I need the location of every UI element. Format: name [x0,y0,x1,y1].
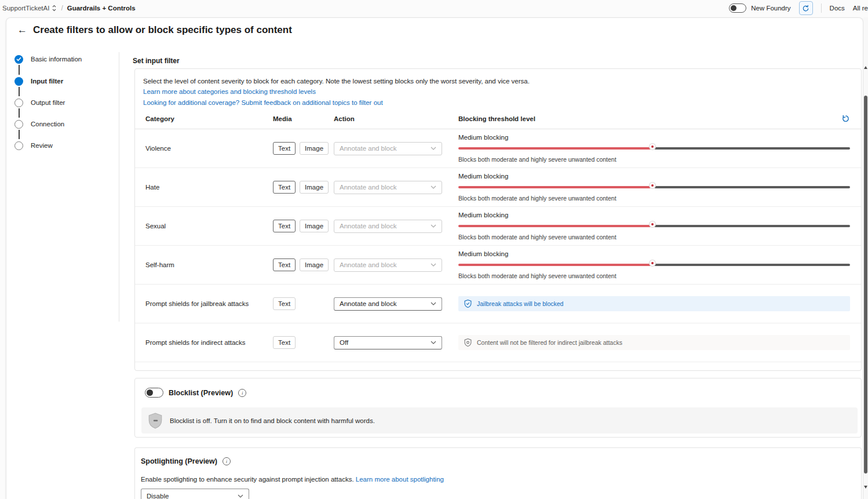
toggle-knob [147,389,153,396]
action-dropdown-value: Annotate and block [340,184,396,191]
info-icon[interactable]: i [223,457,231,465]
table-row: Hate Text Image Annotate and block Mediu… [135,168,861,207]
breadcrumb-project[interactable]: SupportTicketAI [2,5,57,12]
media-text-button[interactable]: Text [273,297,296,310]
threshold-level-label: Medium blocking [458,212,850,218]
column-header-action: Action [334,115,458,122]
step-upcoming-icon [14,120,23,129]
stepper-item-review[interactable]: Review [14,140,53,151]
slider-thumb[interactable] [650,221,655,227]
stepper-label: Review [31,142,53,149]
all-resources-link[interactable]: All re [853,5,868,12]
slider-rail [654,264,850,266]
threshold-level-label: Medium blocking [458,173,850,180]
slider-fill [458,264,654,266]
step-connector [19,87,20,96]
stepper-label: Connection [31,121,64,128]
stepper-item-input-filter[interactable]: Input filter [14,76,63,86]
threshold-caption: Blocks both moderate and highly severe u… [458,156,850,163]
scrollbar-down-arrow[interactable] [864,486,867,489]
breadcrumb: SupportTicketAI / Guardrails + Controls [2,4,136,12]
media-text-button[interactable]: Text [273,220,296,232]
stepper-label: Output filter [31,99,65,106]
action-dropdown-value: Annotate and block [340,300,396,307]
spotlighting-dropdown[interactable]: Disable [141,489,249,499]
blocklist-toggle[interactable] [145,388,163,398]
chevron-down-icon [431,302,436,305]
toggle-knob [731,5,736,11]
status-text: Jailbreak attacks will be blocked [477,300,563,307]
reset-icon[interactable] [841,114,850,123]
back-button[interactable]: ← [17,24,27,36]
action-dropdown-value: Annotate and block [340,223,396,230]
scrollbar-up-arrow[interactable] [864,66,867,69]
stepper-item-output-filter[interactable]: Output filter [14,97,65,108]
column-header-category: Category [145,115,273,122]
step-completed-icon [14,55,23,64]
category-label: Sexual [145,223,273,230]
threshold-caption: Blocks both moderate and highly severe u… [458,195,850,202]
table-row: Violence Text Image Annotate and block M… [135,129,861,168]
vertical-scrollbar[interactable] [863,17,868,499]
slider-thumb[interactable] [650,260,655,266]
threshold-slider[interactable] [458,221,850,231]
media-text-button[interactable]: Text [273,181,296,194]
action-dropdown-value: Off [340,339,348,346]
shield-check-icon [464,300,472,308]
threshold-slider[interactable] [458,260,850,269]
slider-thumb[interactable] [650,183,655,188]
category-label: Prompt shields for indirect attacks [145,339,273,346]
threshold-slider[interactable] [458,183,850,192]
media-image-button[interactable]: Image [300,220,329,232]
threshold-caption: Blocks both moderate and highly severe u… [458,234,850,241]
feedback-link[interactable]: Looking for additional coverage? Submit … [143,97,851,108]
media-text-button[interactable]: Text [273,258,296,271]
new-foundry-toggle[interactable] [729,3,746,13]
action-dropdown: Annotate and block [334,258,442,272]
scrollbar-thumb[interactable] [864,96,867,473]
chevron-down-icon [431,341,436,344]
step-connector [19,108,20,118]
refresh-button[interactable] [799,1,813,15]
media-text-button[interactable]: Text [273,142,296,155]
action-dropdown: Annotate and block [334,142,442,155]
table-row: Prompt shields for indirect attacks Text… [135,323,861,362]
chevron-down-icon [431,224,436,228]
action-dropdown[interactable]: Annotate and block [334,297,442,311]
info-icon[interactable]: i [238,389,246,397]
slider-fill [458,147,654,150]
slider-rail [654,186,850,188]
breadcrumb-page[interactable]: Guardrails + Controls [67,5,136,12]
category-label: Self-harm [145,261,273,268]
media-image-button[interactable]: Image [300,258,329,271]
slider-fill [458,186,654,188]
stepper-item-basic-information[interactable]: Basic information [14,54,82,64]
slider-rail [654,147,850,150]
status-banner: Content will not be filtered for indirec… [458,335,850,350]
slider-thumb[interactable] [650,144,655,150]
chevron-down-icon [431,185,436,189]
docs-link[interactable]: Docs [830,5,845,12]
stepper-item-connection[interactable]: Connection [14,119,64,129]
top-bar: SupportTicketAI / Guardrails + Controls … [0,0,868,16]
action-dropdown-value: Annotate and block [340,261,396,268]
threshold-slider[interactable] [458,144,850,153]
spotlighting-learn-more-link[interactable]: Learn more about spotlighting [356,476,444,483]
stepper-label: Input filter [31,78,63,85]
spotlighting-title: Spotlighting (Preview) [141,457,217,465]
action-dropdown[interactable]: Off [334,336,442,349]
slider-rail [654,225,850,227]
table-row: Prompt shields for jailbreak attacks Tex… [135,285,861,323]
spotlighting-description: Enable spotlighting to enhance security … [141,474,444,485]
chevron-down-icon [238,494,243,498]
learn-more-link[interactable]: Learn more about categories and blocking… [143,86,851,97]
sync-icon [802,5,809,12]
chevron-down-icon [431,263,436,267]
threshold-caption: Blocks both moderate and highly severe u… [458,272,850,279]
section-heading-input-filter: Set input filter [133,57,180,65]
step-upcoming-icon [14,141,23,150]
action-dropdown: Annotate and block [334,181,442,194]
media-image-button[interactable]: Image [300,181,329,194]
media-text-button[interactable]: Text [273,336,296,349]
media-image-button[interactable]: Image [300,142,329,155]
